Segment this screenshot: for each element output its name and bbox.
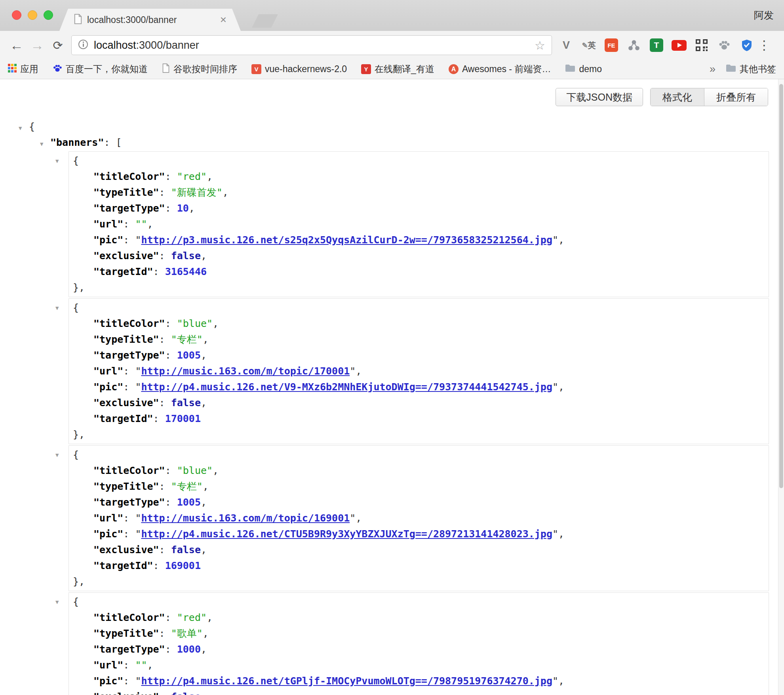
youdao-icon: Y [361,64,371,74]
json-token: { [73,596,79,607]
json-key: "titleColor" [93,465,165,476]
json-key: "exclusive" [93,250,159,262]
new-tab-button[interactable] [252,14,278,28]
json-line: "pic": "http://p3.music.126.net/s25q2x5Q… [69,232,769,248]
reload-button[interactable]: ⟳ [48,38,68,52]
bookmark-baidu[interactable]: 百度一下，你就知道 [53,63,148,75]
json-string: "" [135,659,147,671]
download-json-button[interactable]: 下载JSON数据 [556,88,643,106]
vimium-extension-icon[interactable]: V [557,36,576,54]
trafficlight-extension-icon[interactable]: T [647,36,666,54]
scrollbar-thumb[interactable] [779,84,783,488]
json-number: 170001 [165,413,201,424]
json-string: "blue" [177,465,213,476]
json-token: , [201,544,207,556]
json-token: : [159,544,171,556]
folder-icon [726,64,736,74]
shield-extension-icon[interactable] [737,36,756,54]
close-window-button[interactable] [12,10,21,20]
collapse-toggle-icon[interactable]: ▼ [19,120,29,136]
qr-code-extension-icon[interactable] [692,36,711,54]
bookmarks-right: » 其他书签 [710,63,776,75]
bookmark-google-sort[interactable]: 谷歌按时间排序 [162,63,237,75]
json-string: "red" [177,171,207,182]
json-token: : [159,334,171,345]
collapse-toggle-icon[interactable]: ▼ [55,153,66,169]
json-token: : [123,234,135,246]
json-line: "url": "", [69,216,769,232]
collapse-toggle-icon[interactable]: ▼ [55,594,66,610]
json-url-link[interactable]: http://music.163.com/m/topic/170001 [141,365,350,377]
bookmark-vue-hackernews[interactable]: V vue-hackernews-2.0 [251,64,347,74]
json-line: "url": "http://music.163.com/m/topic/169… [69,510,769,526]
json-line: "titleColor": "blue", [69,463,769,479]
json-url-link[interactable]: http://music.163.com/m/topic/169001 [141,512,350,524]
address-bar[interactable]: localhost:3000/banner ☆ [71,35,552,55]
bookmark-apps[interactable]: 应用 [8,63,38,75]
back-button[interactable]: ← [6,38,27,53]
json-url-link[interactable]: http://p4.music.126.net/V9-MXz6b2MNhEKju… [141,381,552,393]
bookmark-demo-folder[interactable]: demo [565,64,602,74]
json-object-box: ▼{"titleColor": "blue","typeTitle": "专栏"… [69,298,769,444]
collapse-toggle-icon[interactable]: ▼ [55,447,66,463]
json-token: { [29,121,35,132]
fehelper-extension-icon[interactable]: FE [602,36,621,54]
tab-close-icon[interactable]: × [220,14,226,25]
json-line: "exclusive": false, [69,248,769,264]
json-line: "exclusive": false [69,689,769,695]
json-token: : [123,659,135,671]
bookmark-star-icon[interactable]: ☆ [535,38,545,52]
extensions-area: V ✎英 FE T [557,36,756,54]
bookmark-youdao[interactable]: Y 在线翻译_有道 [361,63,434,75]
json-token: : [123,381,135,393]
json-viewer-controls: 下载JSON数据 格式化 折叠所有 [0,79,784,106]
json-url-link[interactable]: http://p4.music.126.net/CTU5B9R9y3XyYBZX… [141,528,552,540]
format-button[interactable]: 格式化 [651,88,704,106]
json-token: : [165,612,177,623]
json-token: : [123,528,135,540]
browser-menu-icon[interactable]: ⋮ [756,38,772,53]
baidu-paw-icon [53,63,62,75]
json-token: , [201,250,207,262]
json-token: : [165,643,177,655]
json-line: "titleColor": "red", [69,169,769,185]
json-url-link[interactable]: http://p4.music.126.net/tGPljf-IMOCyPvum… [141,675,552,687]
json-line: "url": "", [69,657,769,673]
translate-extension-icon[interactable]: ✎英 [579,36,598,54]
json-token: : [123,512,135,524]
paw-extension-icon[interactable] [715,36,734,54]
json-line: "targetId": 3165446 [69,264,769,280]
json-line: "url": "http://music.163.com/m/topic/170… [69,363,769,379]
collapse-toggle-icon[interactable]: ▼ [55,300,66,316]
json-line: ▼"banners": [ [0,135,784,151]
json-line: "targetType": 1000, [69,642,769,657]
scrollbar[interactable] [778,79,784,695]
info-icon[interactable] [78,39,88,51]
page-content: 下载JSON数据 格式化 折叠所有 ▼{▼"banners": [▼{"titl… [0,79,784,695]
bookmark-awesomes[interactable]: A Awesomes - 前端资… [449,63,551,75]
play-icon [672,40,687,51]
collapse-all-button[interactable]: 折叠所有 [704,88,768,106]
collapse-toggle-icon[interactable]: ▼ [40,136,50,152]
browser-tab[interactable]: localhost:3000/banner × [59,9,241,31]
forward-button[interactable]: → [27,38,48,53]
url-text: localhost:3000/banner [94,39,535,52]
json-token: : [165,496,177,508]
json-url-link[interactable]: http://p3.music.126.net/s25q2x5QyqsAzilC… [141,234,552,246]
json-key: "pic" [93,234,123,246]
bookmark-other-bookmarks[interactable]: 其他书签 [726,63,776,75]
json-object-box: ▼{"titleColor": "blue","typeTitle": "专栏"… [69,445,769,591]
bookmark-label: 应用 [20,63,38,75]
json-key: "exclusive" [93,544,159,556]
profile-name[interactable]: 阿发 [754,9,774,22]
apps-grid-icon [8,64,17,75]
bookmark-label: 谷歌按时间排序 [173,63,237,75]
org-chart-extension-icon[interactable] [624,36,643,54]
json-key: "typeTitle" [93,187,159,198]
bookmarks-bar: 应用 百度一下，你就知道 谷歌按时间排序 V vue-hackernews-2.… [0,59,784,79]
youtube-extension-icon[interactable] [670,36,689,54]
json-string: "歌单" [171,628,203,639]
minimize-window-button[interactable] [28,10,37,20]
bookmarks-overflow-icon[interactable]: » [710,63,715,75]
fullscreen-window-button[interactable] [44,10,53,20]
